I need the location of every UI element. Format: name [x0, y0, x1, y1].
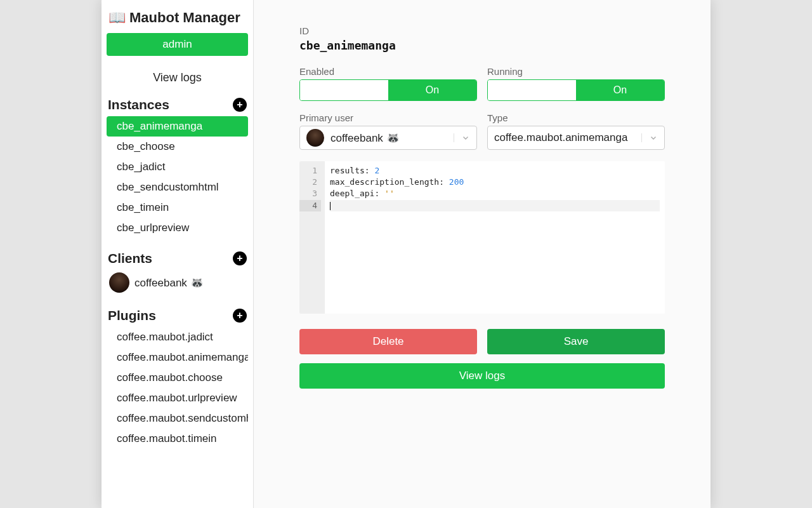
save-button[interactable]: Save — [487, 329, 665, 354]
app-header: 📖 Maubot Manager — [102, 0, 253, 33]
view-logs-button[interactable]: View logs — [299, 363, 665, 389]
sidebar: 📖 Maubot Manager admin View logs Instanc… — [102, 0, 254, 508]
editor-gutter: 1234 — [299, 161, 325, 314]
plugin-item[interactable]: coffee.maubot.choose — [107, 368, 248, 388]
plugins-header: Plugins + — [102, 304, 253, 327]
primary-user-value: coffeebank 🦝 — [331, 131, 400, 145]
client-item[interactable]: coffeebank 🦝 — [102, 270, 253, 295]
add-plugin-icon[interactable]: + — [233, 309, 247, 323]
instance-item[interactable]: cbe_animemanga — [107, 116, 248, 137]
config-line: results: 2 — [330, 165, 660, 177]
type-value: coffee.maubot.animemanga — [494, 131, 627, 144]
type-select[interactable]: coffee.maubot.animemanga — [487, 126, 665, 150]
enabled-on[interactable]: On — [388, 80, 476, 100]
instance-item[interactable]: cbe_jadict — [107, 157, 248, 177]
editor-body[interactable]: results: 2max_description_length: 200dee… — [325, 161, 665, 314]
running-label: Running — [487, 66, 665, 77]
app-title: Maubot Manager — [129, 10, 240, 26]
plugin-item[interactable]: coffee.maubot.jadict — [107, 327, 248, 347]
plugin-item[interactable]: coffee.maubot.urlpreview — [107, 388, 248, 408]
chevron-down-icon — [454, 133, 476, 142]
view-logs-link[interactable]: View logs — [102, 64, 253, 93]
delete-button[interactable]: Delete — [299, 329, 477, 354]
instance-item[interactable]: cbe_timein — [107, 197, 248, 218]
client-name: coffeebank 🦝 — [134, 276, 204, 290]
enabled-toggle[interactable]: On — [299, 79, 477, 101]
add-client-icon[interactable]: + — [233, 251, 247, 265]
running-off[interactable] — [488, 80, 576, 100]
primary-user-avatar — [306, 129, 324, 147]
enabled-label: Enabled — [299, 66, 477, 77]
plugin-item[interactable]: coffee.maubot.animemanga — [107, 347, 248, 368]
instances-header: Instances + — [102, 93, 253, 116]
instance-item[interactable]: cbe_choose — [107, 137, 248, 157]
client-avatar — [109, 272, 129, 293]
main-panel: ID cbe_animemanga Enabled On Running On … — [254, 0, 710, 508]
config-line: deepl_api: '' — [330, 188, 660, 199]
clients-header: Clients + — [102, 247, 253, 270]
running-toggle[interactable]: On — [487, 79, 665, 101]
clients-title: Clients — [108, 251, 152, 266]
instances-title: Instances — [108, 97, 169, 112]
id-label: ID — [299, 25, 665, 36]
enabled-off[interactable] — [300, 80, 388, 100]
plugins-title: Plugins — [108, 308, 156, 323]
add-instance-icon[interactable]: + — [233, 98, 247, 112]
running-on[interactable]: On — [576, 80, 664, 100]
instance-item[interactable]: cbe_sendcustomhtml — [107, 177, 248, 197]
instance-item[interactable]: cbe_urlpreview — [107, 218, 248, 238]
config-line: max_description_length: 200 — [330, 177, 660, 188]
primary-user-label: Primary user — [299, 112, 477, 123]
type-label: Type — [487, 112, 665, 123]
plugin-item[interactable]: coffee.maubot.timein — [107, 429, 248, 449]
user-badge[interactable]: admin — [107, 33, 248, 56]
logo-icon: 📖 — [108, 9, 126, 27]
id-value: cbe_animemanga — [299, 39, 665, 52]
config-editor[interactable]: 1234 results: 2max_description_length: 2… — [299, 161, 665, 314]
plugin-item[interactable]: coffee.maubot.sendcustomht — [107, 408, 248, 429]
chevron-down-icon — [641, 133, 664, 142]
primary-user-select[interactable]: coffeebank 🦝 — [299, 126, 477, 150]
